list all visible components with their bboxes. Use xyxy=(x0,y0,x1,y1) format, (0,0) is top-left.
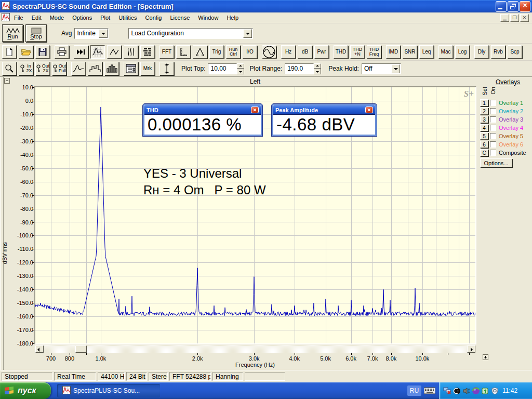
menu-window[interactable]: Window xyxy=(194,13,222,22)
update-icon[interactable] xyxy=(482,387,489,395)
plot-top-input[interactable]: 10.00 xyxy=(208,63,237,74)
mdi-close-button[interactable]: ✕ xyxy=(520,14,529,22)
avg-select[interactable]: Infinite xyxy=(74,28,109,39)
menu-options[interactable]: Options xyxy=(68,13,96,22)
thd-close-button[interactable]: ✕ xyxy=(251,107,259,113)
menu-file[interactable]: File xyxy=(10,13,28,22)
logging-button[interactable]: Log xyxy=(455,45,470,59)
zoom-button[interactable] xyxy=(2,62,17,75)
macro-button[interactable]: Mac xyxy=(438,45,453,59)
mdi-restore-button[interactable]: ❐ xyxy=(510,14,519,22)
thd-freq-button[interactable]: THDFreq xyxy=(367,45,381,59)
spectrogram-view-button[interactable] xyxy=(140,45,155,59)
io-device-button[interactable]: I/O xyxy=(243,45,257,59)
calipers-button[interactable] xyxy=(193,45,207,59)
peak-hold-select[interactable]: Off xyxy=(362,63,401,74)
db-units-button[interactable]: dB xyxy=(298,45,312,59)
menu-utilities[interactable]: Utilities xyxy=(114,13,141,22)
scrollbar-thumb[interactable] xyxy=(75,345,87,353)
security-shield-icon[interactable] xyxy=(491,387,499,395)
overlay-on-checkbox-C[interactable] xyxy=(490,150,496,156)
peak-window-titlebar[interactable]: Peak Amplitude ✕ xyxy=(273,105,375,114)
menu-config[interactable]: Config xyxy=(141,13,166,22)
scroll-left-button[interactable] xyxy=(35,345,44,353)
peak-amplitude-window[interactable]: Peak Amplitude ✕ -4.68 dBV xyxy=(272,104,377,136)
overlay-on-checkbox-2[interactable] xyxy=(490,108,496,114)
scaling-button[interactable] xyxy=(176,45,191,59)
overlay-set-button-1[interactable]: 1 xyxy=(480,99,488,107)
phase-view-button[interactable] xyxy=(107,45,122,59)
stop-button[interactable]: Stop xyxy=(25,24,47,42)
marker-button[interactable]: Mrk xyxy=(140,62,155,75)
load-configuration-select[interactable]: Load Configuration xyxy=(128,28,253,39)
horizontal-scrollbar[interactable] xyxy=(35,345,475,353)
minimize-button[interactable] xyxy=(496,1,507,12)
snr-button[interactable]: SNR xyxy=(403,45,417,59)
imd-button[interactable]: IMD xyxy=(386,45,401,59)
line-plot-button[interactable] xyxy=(71,62,86,75)
zoom-in-2x-button[interactable]: In2X xyxy=(19,62,33,75)
run-button[interactable]: Run xyxy=(2,24,23,42)
print-button[interactable] xyxy=(55,45,69,59)
overlay-on-checkbox-5[interactable] xyxy=(490,133,496,139)
thd-button[interactable]: THD xyxy=(334,45,348,59)
overlay-set-button-C[interactable]: C xyxy=(480,149,488,156)
overlay-set-button-6[interactable]: 6 xyxy=(480,141,488,148)
plot-range-spinner[interactable] xyxy=(314,63,321,74)
scope-button[interactable]: Scp xyxy=(508,45,522,59)
thd-readout-window[interactable]: THD ✕ 0.000136 % xyxy=(143,104,262,136)
zoom-out-full-button[interactable]: OutFull xyxy=(52,62,66,75)
overlay-set-button-4[interactable]: 4 xyxy=(480,124,488,131)
overlay-set-button-5[interactable]: 5 xyxy=(480,132,488,140)
scroll-right-button[interactable] xyxy=(467,345,475,353)
histogram-plot-button[interactable] xyxy=(104,62,119,75)
vertical-range-button[interactable] xyxy=(159,62,174,75)
overlay-set-button-3[interactable]: 3 xyxy=(480,116,488,123)
menu-plot[interactable]: Plot xyxy=(96,13,114,22)
waterfall-view-button[interactable] xyxy=(124,45,138,59)
plot-top-spinner[interactable] xyxy=(237,63,244,74)
overlay-on-checkbox-3[interactable] xyxy=(490,116,496,123)
reverb-button[interactable]: Rvb xyxy=(491,45,506,59)
run-control-button[interactable]: RunCtrl xyxy=(226,45,241,59)
volume-icon[interactable] xyxy=(462,387,470,395)
fft-settings-button[interactable]: FFT xyxy=(159,45,174,59)
display-options-button[interactable] xyxy=(124,62,138,75)
overlays-options-button[interactable]: Options... xyxy=(480,158,512,167)
document-icon[interactable] xyxy=(2,13,10,22)
open-button[interactable] xyxy=(19,45,33,59)
language-indicator[interactable]: RU xyxy=(407,385,421,396)
menu-mode[interactable]: Mode xyxy=(46,13,69,22)
keyboard-icon[interactable] xyxy=(424,387,435,394)
menu-edit[interactable]: Edit xyxy=(28,13,46,22)
antivirus-icon[interactable] xyxy=(472,387,480,395)
spectrum-view-button[interactable] xyxy=(90,45,105,59)
new-button[interactable] xyxy=(2,45,17,59)
network-status-icon[interactable] xyxy=(443,387,451,395)
menu-license[interactable]: License xyxy=(166,13,194,22)
thd-window-titlebar[interactable]: THD ✕ xyxy=(144,105,261,114)
overlay-set-button-2[interactable]: 2 xyxy=(480,108,488,115)
thd-n-button[interactable]: THD+N xyxy=(350,45,365,59)
bar-plot-button[interactable] xyxy=(88,62,102,75)
delay-button[interactable]: Dly xyxy=(474,45,489,59)
overlay-on-checkbox-6[interactable] xyxy=(490,141,496,148)
menu-help[interactable]: Help xyxy=(222,13,243,22)
power-units-button[interactable]: Pwr xyxy=(314,45,329,59)
save-button[interactable] xyxy=(35,45,50,59)
signal-generator-button[interactable] xyxy=(262,45,276,59)
mdi-minimize-button[interactable]: ▁ xyxy=(500,14,509,22)
overlay-on-checkbox-4[interactable] xyxy=(490,125,496,131)
audio-app-icon[interactable] xyxy=(453,387,461,395)
hz-units-button[interactable]: Hz xyxy=(281,45,296,59)
zoom-out-2x-button[interactable]: Out2X xyxy=(35,62,50,75)
fast-average-button[interactable] xyxy=(74,45,88,59)
overlay-on-checkbox-1[interactable] xyxy=(490,100,496,106)
start-button[interactable]: пуск xyxy=(0,382,51,399)
leq-button[interactable]: Leq xyxy=(419,45,434,59)
taskbar-item-spectraplus[interactable]: SpectraPLUS-SC Sou... xyxy=(57,384,160,397)
collapse-plot-icon[interactable] xyxy=(4,78,10,84)
expand-plot-icon[interactable] xyxy=(483,354,488,360)
peak-close-button[interactable]: ✕ xyxy=(365,107,373,113)
restore-button[interactable] xyxy=(508,1,518,12)
